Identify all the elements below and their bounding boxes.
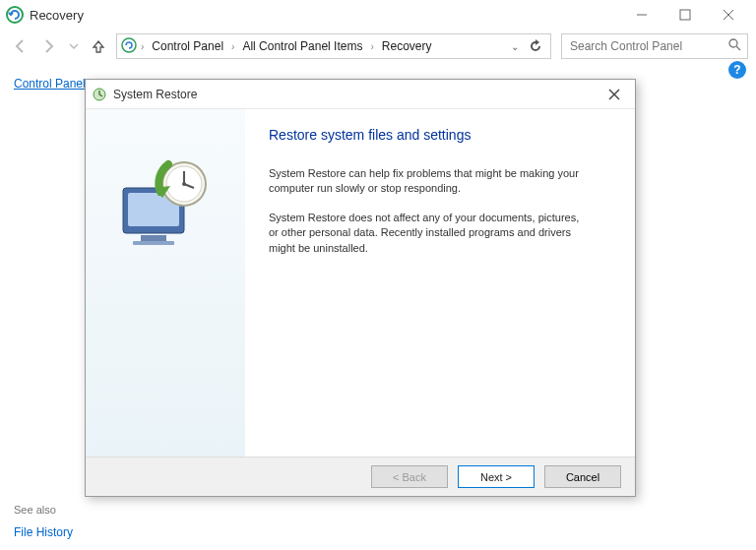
back-button[interactable] bbox=[8, 34, 32, 58]
chevron-right-icon: › bbox=[139, 41, 146, 52]
breadcrumb-item[interactable]: All Control Panel Items bbox=[238, 37, 366, 55]
dialog-paragraph: System Restore can help fix problems tha… bbox=[269, 166, 584, 197]
minimize-button[interactable] bbox=[620, 1, 663, 29]
svg-rect-13 bbox=[141, 235, 166, 241]
refresh-button[interactable] bbox=[525, 39, 546, 53]
dialog-heading: Restore system files and settings bbox=[269, 127, 613, 143]
dialog-sidebar bbox=[86, 109, 245, 457]
file-history-link[interactable]: File History bbox=[14, 525, 161, 539]
see-also-label: See also bbox=[14, 504, 161, 516]
svg-rect-14 bbox=[133, 241, 174, 245]
close-button[interactable] bbox=[707, 1, 750, 29]
breadcrumb[interactable]: › Control Panel › All Control Panel Item… bbox=[116, 33, 551, 59]
svg-point-5 bbox=[122, 38, 136, 52]
help-icon[interactable]: ? bbox=[728, 61, 746, 79]
svg-line-7 bbox=[736, 46, 740, 50]
search-icon bbox=[728, 38, 741, 54]
breadcrumb-item[interactable]: Recovery bbox=[378, 37, 436, 55]
cancel-button[interactable]: Cancel bbox=[544, 465, 621, 488]
search-input[interactable] bbox=[561, 33, 748, 59]
navigation-bar: › Control Panel › All Control Panel Item… bbox=[0, 30, 756, 63]
chevron-down-icon[interactable]: ⌄ bbox=[507, 41, 523, 52]
system-restore-icon bbox=[92, 87, 107, 102]
restore-illustration-icon bbox=[111, 154, 220, 253]
dialog-titlebar: System Restore bbox=[86, 80, 635, 109]
svg-point-6 bbox=[729, 39, 737, 47]
recent-locations-button[interactable] bbox=[67, 34, 81, 58]
dialog-paragraph: System Restore does not affect any of yo… bbox=[269, 211, 584, 256]
chevron-right-icon: › bbox=[229, 41, 236, 52]
svg-rect-2 bbox=[680, 10, 690, 20]
recovery-icon bbox=[6, 6, 24, 24]
maximize-button[interactable] bbox=[663, 1, 707, 29]
back-button: < Back bbox=[371, 465, 448, 488]
svg-point-0 bbox=[7, 7, 23, 23]
search-field[interactable] bbox=[568, 38, 723, 54]
forward-button[interactable] bbox=[37, 34, 61, 58]
explorer-titlebar: Recovery bbox=[0, 0, 756, 30]
system-restore-dialog: System Restore bbox=[85, 79, 636, 497]
dialog-close-button[interactable] bbox=[599, 84, 629, 105]
chevron-right-icon: › bbox=[368, 41, 375, 52]
dialog-title: System Restore bbox=[113, 88, 599, 101]
next-button[interactable]: Next > bbox=[458, 465, 535, 488]
up-button[interactable] bbox=[87, 34, 110, 58]
dialog-content: Restore system files and settings System… bbox=[245, 109, 635, 457]
window-title: Recovery bbox=[30, 8, 620, 23]
dialog-footer: < Back Next > Cancel bbox=[86, 457, 635, 496]
breadcrumb-root-icon bbox=[121, 37, 137, 56]
breadcrumb-item[interactable]: Control Panel bbox=[148, 37, 227, 55]
svg-point-19 bbox=[182, 182, 186, 186]
